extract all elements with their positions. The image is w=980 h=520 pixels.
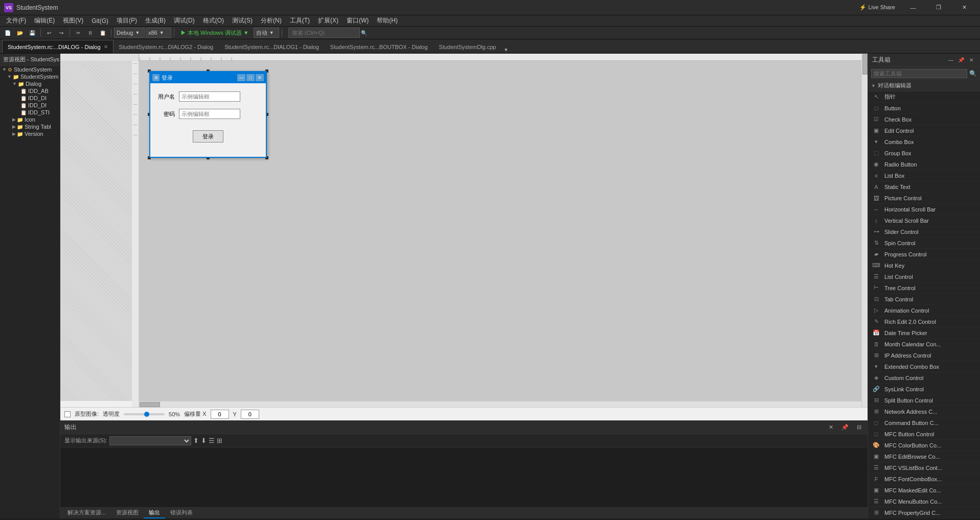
toolbox-mfc-color[interactable]: 🎨 MFC ColorButton Co... [868, 440, 980, 451]
toolbox-progress[interactable]: ▰ Progress Control [868, 249, 980, 260]
dialog-restore-btn[interactable]: □ [246, 74, 255, 81]
toolbox-mfc-menu[interactable]: ☰ MFC MenuButton Co... [868, 496, 980, 507]
tree-item-studentsystem-root[interactable]: ▼ ⚙ StudentSystem [0, 66, 60, 73]
output-close-btn[interactable]: ✕ [827, 423, 835, 432]
dialog-minimize-btn[interactable]: — [237, 74, 245, 81]
toolbox-hscroll[interactable]: ↔ Horizontal Scroll Bar [868, 204, 980, 215]
prototype-checkbox[interactable] [64, 411, 71, 417]
toolbox-cmdbtn[interactable]: □ Command Button C... [868, 417, 980, 429]
dialog-username-input[interactable] [179, 91, 240, 102]
toolbox-richedit[interactable]: ✎ Rich Edit 2.0 Control [868, 316, 980, 327]
menu-debug[interactable]: 调试(D) [170, 15, 199, 26]
scrollbar-v-thumb[interactable] [862, 54, 868, 75]
toolbox-slider[interactable]: ⊶ Slider Control [868, 226, 980, 238]
toolbox-checkbox[interactable]: ☑ Check Box [868, 114, 980, 125]
toolbar-save[interactable]: 💾 [27, 28, 38, 38]
menu-format[interactable]: 格式(O) [199, 15, 228, 26]
tree-item-idd-di2[interactable]: 📋 IDD_DI [0, 102, 60, 109]
menu-test[interactable]: 测试(S) [228, 15, 257, 26]
toolbox-minimize-btn[interactable]: — [946, 56, 955, 65]
menu-view[interactable]: 视图(V) [59, 15, 87, 26]
toolbox-vscroll[interactable]: ↕ Vertical Scroll Bar [868, 215, 980, 226]
toolbox-tree-control[interactable]: ⊢ Tree Control [868, 282, 980, 294]
output-source-dropdown[interactable] [109, 436, 191, 445]
menu-file[interactable]: 文件(F) [2, 15, 30, 26]
toolbar-paste[interactable]: 📋 [97, 28, 108, 38]
dialog-password-input[interactable] [179, 109, 240, 119]
menu-build[interactable]: 生成(B) [141, 15, 170, 26]
tab-dialog-main[interactable]: StudentSystem.rc:...DIALOG - Dialog ✕ [2, 40, 113, 53]
toolbox-list-box[interactable]: ≡ List Box [868, 170, 980, 181]
tree-item-dialog-folder[interactable]: ▼ 📁 Dialog [0, 80, 60, 87]
toolbox-monthcal[interactable]: 🗓 Month Calendar Con... [868, 339, 980, 350]
output-toolbar-btn4[interactable]: ⊞ [217, 437, 222, 444]
menu-tools[interactable]: 工具(T) [286, 15, 314, 26]
output-pin-btn[interactable]: 📌 [839, 423, 851, 432]
toolbox-custom[interactable]: ◈ Custom Control [868, 372, 980, 384]
scrollbar-h-thumb[interactable] [140, 402, 160, 407]
toolbox-mfc-editbrowse[interactable]: ▣ MFC EditBrowse Co... [868, 451, 980, 462]
dialog-login-btn[interactable]: 登录 [193, 130, 223, 143]
toolbox-mfc-button[interactable]: □ MFC Button Control [868, 429, 980, 440]
minimize-btn[interactable]: — [901, 0, 925, 15]
output-dock-btn[interactable]: ⊟ [855, 423, 863, 432]
tree-item-idd-di1[interactable]: 📋 IDD_DI [0, 94, 60, 102]
scrollbar-vertical[interactable] [861, 54, 868, 407]
tree-item-version[interactable]: ▶ 📁 Version [0, 130, 60, 137]
menu-analyze[interactable]: 分析(N) [257, 15, 286, 26]
scrollbar-horizontal[interactable] [139, 401, 861, 407]
toolbox-picture-control[interactable]: 🖼 Picture Control [868, 193, 980, 204]
close-btn[interactable]: ✕ [952, 0, 976, 15]
toolbar-mode-dropdown[interactable]: 自动 ▼ [254, 28, 279, 38]
toolbar-cut[interactable]: ✂ [73, 28, 84, 38]
toolbox-search-input[interactable] [871, 69, 967, 78]
toolbar-copy[interactable]: ⎘ [85, 28, 96, 38]
transparency-thumb[interactable] [144, 412, 149, 417]
toolbox-mfc-propgrid[interactable]: ⊞ MFC PropertyGrid C... [868, 507, 980, 518]
dialog-close-btn[interactable]: ✕ [256, 74, 264, 81]
bottom-tab-resource[interactable]: 资源视图 [111, 508, 144, 518]
toolbox-syslink[interactable]: 🔗 SysLink Control [868, 384, 980, 395]
toolbox-tab-control[interactable]: ⊡ Tab Control [868, 294, 980, 305]
toolbox-group-box[interactable]: ⬚ Group Box [868, 148, 980, 159]
tree-item-idd-ab[interactable]: 📋 IDD_AB [0, 87, 60, 94]
transparency-slider[interactable] [124, 413, 165, 415]
output-toolbar-btn3[interactable]: ☰ [209, 437, 215, 444]
tab-dialog-main-close[interactable]: ✕ [104, 44, 108, 50]
tree-item-idd-sti[interactable]: 📋 IDD_STI [0, 109, 60, 116]
toolbox-list-control[interactable]: ☰ List Control [868, 271, 980, 282]
output-toolbar-btn1[interactable]: ⬆ [193, 437, 199, 444]
menu-git[interactable]: Git(G) [87, 16, 112, 26]
offset-x-input[interactable] [211, 410, 229, 419]
toolbox-pointer[interactable]: ↖ 指针 [868, 91, 980, 103]
bottom-tab-solution[interactable]: 解决方案资源... [62, 508, 111, 518]
toolbox-close-btn[interactable]: ✕ [967, 56, 976, 65]
menu-project[interactable]: 项目(P) [112, 15, 141, 26]
toolbox-mfc-vslist[interactable]: ☰ MFC VSListBox Cont... [868, 462, 980, 474]
toolbar-redo[interactable]: ↪ [56, 28, 67, 38]
toolbox-animation[interactable]: ▷ Animation Control [868, 305, 980, 316]
toolbox-spin[interactable]: ⇅ Spin Control [868, 238, 980, 249]
toolbar-open[interactable]: 📂 [14, 28, 26, 38]
toolbox-mfc-font[interactable]: F MFC FontComboBox... [868, 474, 980, 485]
menu-help[interactable]: 帮助(H) [373, 15, 402, 26]
toolbar-run[interactable]: ▶ 本地 Windows 调试器 ▼ [177, 28, 253, 38]
toolbox-datetime[interactable]: 📅 Date Time Picker [868, 327, 980, 339]
tree-item-string[interactable]: ▶ 📁 String Tabl [0, 123, 60, 130]
toolbox-hotkey[interactable]: ⌨ Hot Key [868, 260, 980, 271]
toolbar-config-dropdown[interactable]: Debug ▼ [114, 28, 145, 38]
toolbox-ipaddress[interactable]: ⊞ IP Address Control [868, 350, 980, 361]
menu-extensions[interactable]: 扩展(X) [314, 15, 343, 26]
tab-dialog2[interactable]: StudentSystem.rc...DIALOG2 - Dialog [113, 40, 219, 53]
toolbox-button[interactable]: □ Button [868, 103, 980, 114]
menu-edit[interactable]: 编辑(E) [30, 15, 59, 26]
output-toolbar-btn2[interactable]: ⬇ [201, 437, 207, 444]
tab-overflow[interactable]: ▾ [502, 46, 511, 53]
tab-dialog1[interactable]: StudentSystem.rc...DIALOG1 - Dialog [219, 40, 325, 53]
dialog-window[interactable]: ⚙ 登录 — □ ✕ 用户名 [149, 71, 267, 158]
toolbar-undo[interactable]: ↩ [43, 28, 55, 38]
toolbox-extcombo[interactable]: ▾ Extended Combo Box [868, 361, 980, 372]
toolbox-pin-btn[interactable]: 📌 [956, 56, 966, 65]
toolbar-new[interactable]: 📄 [2, 28, 13, 38]
search-input[interactable] [288, 28, 360, 38]
